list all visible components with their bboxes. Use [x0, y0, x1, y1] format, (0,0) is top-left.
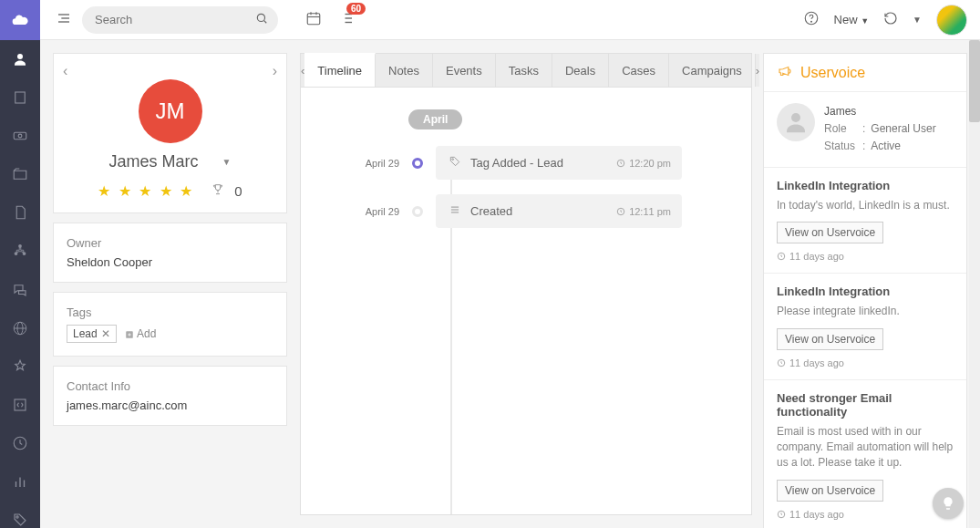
tags-card: Tags Lead✕ Add: [53, 292, 287, 357]
svg-point-3: [257, 14, 264, 21]
uservoice-role: General User: [871, 120, 935, 138]
tab-campaigns[interactable]: Campaigns: [669, 54, 756, 87]
tab-events[interactable]: Events: [433, 54, 496, 87]
nav-code[interactable]: [0, 397, 40, 413]
star-rating[interactable]: ★ ★ ★ ★ ★: [98, 182, 194, 200]
calendar-icon[interactable]: [305, 10, 322, 29]
owner-label: Owner: [67, 236, 273, 250]
tag-chip[interactable]: Lead✕: [67, 325, 117, 343]
contact-email[interactable]: james.marc@ainc.com: [67, 399, 273, 412]
tab-deals[interactable]: Deals: [552, 54, 609, 87]
nav-activity[interactable]: [0, 435, 40, 451]
nav-org[interactable]: [0, 243, 40, 259]
notif-badge: 60: [346, 3, 366, 15]
tasks-icon[interactable]: 60: [338, 10, 355, 29]
svg-point-46: [791, 113, 800, 122]
timeline-body: April April 29Tag Added - Lead12:20 pmAp…: [300, 88, 752, 515]
history-icon[interactable]: [883, 11, 898, 28]
svg-rect-29: [15, 399, 26, 410]
profile-column: ‹ › JM James Marc▼ ★ ★ ★ ★ ★ 0 Owner She…: [40, 40, 300, 528]
timeline-date: April 29: [337, 206, 412, 217]
prev-contact-icon[interactable]: ‹: [63, 63, 67, 79]
search-box[interactable]: [82, 6, 278, 34]
uservoice-item: LinkedIn IntegrationIn today's world, Li…: [764, 168, 966, 274]
search-icon[interactable]: [255, 12, 268, 27]
tab-timeline[interactable]: Timeline: [304, 53, 376, 87]
list-icon: [449, 203, 461, 219]
nav-web[interactable]: [0, 320, 40, 336]
user-avatar[interactable]: [936, 5, 967, 36]
tab-notes[interactable]: Notes: [376, 54, 433, 87]
svg-point-16: [810, 21, 811, 22]
help-fab[interactable]: [933, 488, 964, 519]
top-header: 60 New ▼ ▼: [0, 0, 980, 40]
new-button[interactable]: New ▼: [834, 13, 870, 26]
scrollbar-track[interactable]: [969, 40, 980, 528]
timeline-event[interactable]: Created12:11 pm: [436, 194, 682, 228]
svg-rect-5: [307, 14, 320, 25]
owner-card: Owner Sheldon Cooper: [53, 223, 287, 283]
caret-down-icon: ▼: [222, 157, 232, 167]
timeline-date: April 29: [337, 158, 412, 169]
svg-point-22: [18, 134, 22, 138]
svg-rect-18: [15, 92, 26, 103]
nav-campaigns[interactable]: [0, 358, 40, 375]
nav-deals[interactable]: [0, 128, 40, 144]
svg-line-4: [264, 21, 267, 24]
nav-conversations[interactable]: [0, 281, 40, 297]
svg-point-34: [16, 516, 18, 518]
tag-icon: [449, 155, 461, 171]
nav-rail: [0, 40, 40, 528]
remove-tag-icon[interactable]: ✕: [101, 327, 110, 340]
uservoice-avatar: [777, 103, 815, 141]
tab-cases[interactable]: Cases: [609, 54, 669, 87]
add-tag-button[interactable]: Add: [125, 327, 156, 340]
contact-info-card: Contact Info james.marc@ainc.com: [53, 366, 287, 426]
uservoice-status: Active: [871, 138, 901, 155]
timeline-row: April 29Tag Added - Lead12:20 pm: [337, 146, 715, 180]
uservoice-item-desc: Email is most used with in our company. …: [777, 424, 954, 470]
nav-cases[interactable]: [0, 166, 40, 182]
uservoice-item-time: 11 days ago: [777, 251, 954, 262]
timeline-month: April: [408, 109, 462, 129]
tags-label: Tags: [67, 305, 273, 319]
nav-documents[interactable]: [0, 204, 40, 221]
next-contact-icon[interactable]: ›: [273, 63, 277, 79]
more-caret-icon[interactable]: ▼: [913, 15, 922, 25]
nav-companies[interactable]: [0, 89, 40, 106]
tabs-scroll-right[interactable]: ›: [756, 54, 759, 87]
timeline-event[interactable]: Tag Added - Lead12:20 pm: [436, 146, 682, 180]
contact-info-label: Contact Info: [67, 379, 273, 393]
uservoice-card: Uservoice James Role:General User Status…: [763, 53, 967, 528]
app-logo[interactable]: [0, 0, 40, 40]
megaphone-icon: [777, 63, 793, 82]
nav-tags[interactable]: [0, 512, 40, 528]
timeline-event-title: Created: [470, 204, 512, 218]
timeline-dot: [412, 158, 423, 169]
uservoice-item-time: 11 days ago: [777, 509, 954, 520]
timeline-event-time: 12:11 pm: [616, 206, 671, 217]
view-on-uservoice-button[interactable]: View on Uservoice: [777, 222, 883, 243]
scrollbar-thumb[interactable]: [969, 40, 980, 122]
tab-tasks[interactable]: Tasks: [496, 54, 552, 87]
svg-point-17: [17, 54, 23, 59]
profile-card: ‹ › JM James Marc▼ ★ ★ ★ ★ ★ 0: [53, 53, 287, 213]
trophy-icon: [211, 182, 225, 200]
view-on-uservoice-button[interactable]: View on Uservoice: [777, 480, 883, 502]
nav-reports[interactable]: [0, 473, 40, 490]
uservoice-column: Uservoice James Role:General User Status…: [752, 40, 980, 528]
timeline-event-title: Tag Added - Lead: [470, 156, 563, 170]
contact-name[interactable]: James Marc▼: [109, 152, 232, 171]
uservoice-title: Uservoice: [800, 65, 865, 81]
uservoice-user: James Role:General User Status:Active: [764, 92, 966, 168]
uservoice-item-desc: In today's world, LinkedIn is a must.: [777, 198, 954, 213]
help-icon[interactable]: [803, 10, 820, 29]
search-input[interactable]: [95, 13, 248, 26]
view-on-uservoice-button[interactable]: View on Uservoice: [777, 328, 883, 350]
nav-contacts[interactable]: [0, 51, 40, 67]
uservoice-item-title: LinkedIn Integration: [777, 285, 954, 298]
menu-toggle-icon[interactable]: [57, 11, 71, 28]
uservoice-item-time: 11 days ago: [777, 357, 954, 368]
owner-value: Sheldon Cooper: [67, 255, 273, 269]
tabs-bar: ‹ TimelineNotesEventsTasksDealsCasesCamp…: [300, 53, 752, 88]
